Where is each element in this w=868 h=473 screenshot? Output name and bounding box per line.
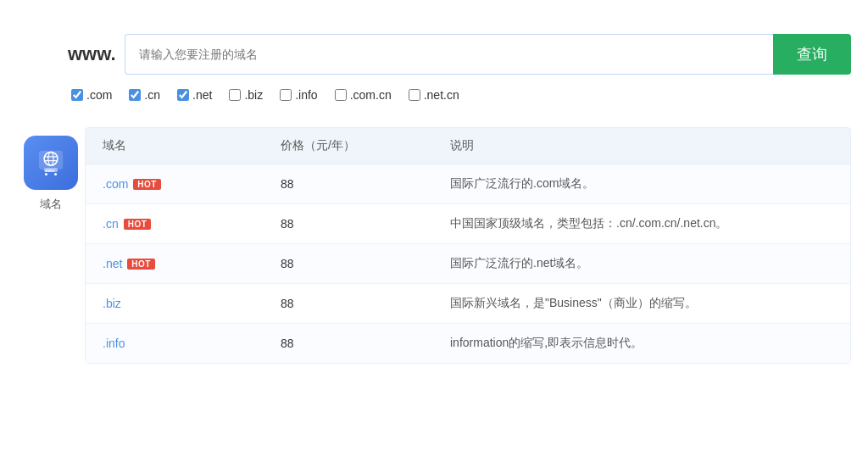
domain-icon: WWW: [24, 136, 78, 190]
www-label: www.: [68, 43, 116, 65]
checkbox-netcn[interactable]: [409, 89, 420, 101]
checkbox-item-net[interactable]: .net: [177, 88, 212, 102]
checkbox-item-info[interactable]: .info: [280, 88, 317, 102]
checkbox-item-netcn[interactable]: .net.cn: [409, 88, 459, 102]
sidebar: WWW 域名: [17, 127, 85, 364]
header-price: 价格（元/年）: [272, 138, 442, 153]
checkbox-info[interactable]: [280, 89, 292, 101]
checkbox-cn[interactable]: [129, 89, 141, 101]
price-cell-com: 88: [272, 177, 442, 191]
search-input[interactable]: [125, 34, 773, 75]
desc-cell-com: 国际广泛流行的.com域名。: [442, 176, 850, 192]
checkbox-com[interactable]: [71, 89, 83, 101]
checkbox-label-com: .com: [86, 88, 112, 102]
checkbox-row: .com .cn .net .biz .info: [71, 88, 851, 102]
domain-cell-cn: .cn HOT: [86, 217, 272, 231]
checkbox-label-netcn: .net.cn: [424, 88, 459, 102]
search-row: www. 查询: [68, 34, 851, 75]
checkbox-net[interactable]: [177, 89, 189, 101]
desc-cell-info: information的缩写,即表示信息时代。: [442, 336, 850, 351]
domain-table: 域名 价格（元/年） 说明 .com HOT 88 国际广泛流行的.com域名。…: [85, 127, 851, 364]
search-button[interactable]: 查询: [773, 34, 851, 75]
hot-badge-net: HOT: [127, 259, 155, 270]
domain-link-info[interactable]: .info: [103, 337, 125, 350]
table-row: .biz 88 国际新兴域名，是"Business"（商业）的缩写。: [86, 284, 850, 324]
svg-rect-0: [39, 151, 64, 170]
header-domain: 域名: [86, 138, 272, 153]
search-section: www. 查询 .com .cn .net .biz: [68, 34, 851, 102]
checkbox-item-cn[interactable]: .cn: [129, 88, 160, 102]
main-content: WWW 域名 域名 价格（元/年） 说明 .com HOT 88 国际广泛流行的…: [17, 127, 851, 364]
domain-cell-biz: .biz: [86, 297, 272, 310]
table-header: 域名 价格（元/年） 说明: [86, 128, 850, 164]
domain-cell-com: .com HOT: [86, 177, 272, 191]
price-cell-info: 88: [272, 337, 442, 350]
desc-cell-cn: 中国国家顶级域名，类型包括：.cn/.com.cn/.net.cn。: [442, 216, 850, 231]
checkbox-label-cn: .cn: [144, 88, 160, 102]
svg-text:WWW: WWW: [45, 169, 54, 173]
table-row: .net HOT 88 国际广泛流行的.net域名。: [86, 244, 850, 284]
desc-cell-biz: 国际新兴域名，是"Business"（商业）的缩写。: [442, 296, 850, 311]
sidebar-label: 域名: [40, 197, 62, 212]
checkbox-biz[interactable]: [229, 89, 241, 101]
svg-point-7: [54, 173, 57, 175]
hot-badge-cn: HOT: [124, 219, 152, 230]
desc-cell-net: 国际广泛流行的.net域名。: [442, 256, 850, 271]
checkbox-label-net: .net: [192, 88, 212, 102]
price-cell-biz: 88: [272, 297, 442, 310]
domain-cell-net: .net HOT: [86, 257, 272, 270]
domain-link-net[interactable]: .net: [103, 257, 122, 270]
domain-link-biz[interactable]: .biz: [103, 297, 121, 310]
table-row: .info 88 information的缩写,即表示信息时代。: [86, 324, 850, 363]
checkbox-label-comcn: .com.cn: [350, 88, 392, 102]
price-cell-net: 88: [272, 257, 442, 270]
svg-point-6: [45, 173, 47, 175]
table-row: .cn HOT 88 中国国家顶级域名，类型包括：.cn/.com.cn/.ne…: [86, 204, 850, 244]
checkbox-item-comcn[interactable]: .com.cn: [335, 88, 392, 102]
checkbox-label-biz: .biz: [244, 88, 263, 102]
price-cell-cn: 88: [272, 217, 442, 231]
table-row: .com HOT 88 国际广泛流行的.com域名。: [86, 164, 850, 204]
checkbox-comcn[interactable]: [335, 89, 347, 101]
domain-link-com[interactable]: .com: [103, 177, 128, 191]
checkbox-label-info: .info: [295, 88, 317, 102]
checkbox-item-biz[interactable]: .biz: [229, 88, 263, 102]
domain-cell-info: .info: [86, 337, 272, 350]
header-desc: 说明: [442, 138, 850, 153]
checkbox-item-com[interactable]: .com: [71, 88, 112, 102]
hot-badge-com: HOT: [133, 179, 161, 190]
domain-link-cn[interactable]: .cn: [103, 217, 119, 231]
